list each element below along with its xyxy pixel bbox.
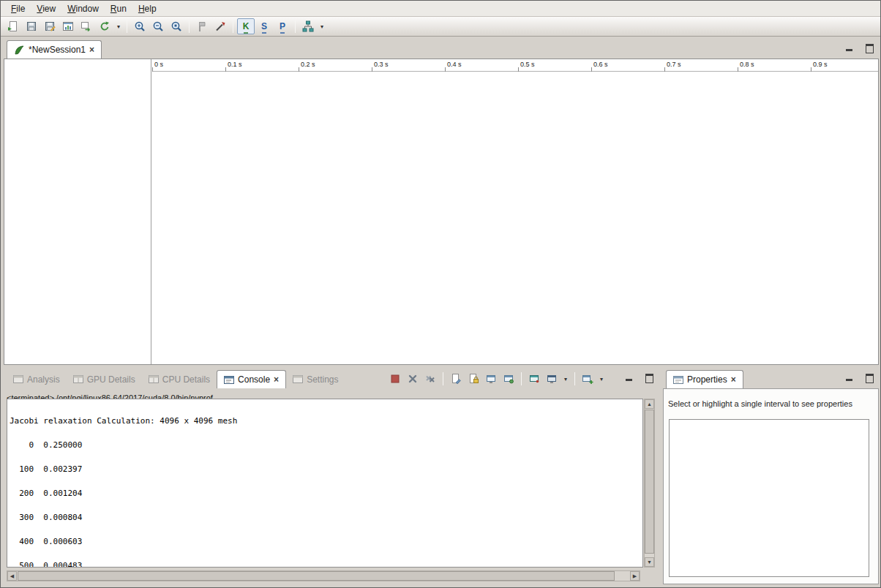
scroll-lock-button[interactable]: [465, 372, 481, 386]
chevron-down-icon: ▾: [318, 23, 326, 30]
ruler-tick: 0.8 s: [738, 61, 754, 68]
refresh-button[interactable]: [96, 18, 113, 34]
session-icon: [14, 45, 25, 56]
properties-tab-icon: [673, 375, 683, 385]
timeline-body[interactable]: [152, 72, 878, 364]
display-console-dropdown-button[interactable]: ▾: [561, 372, 570, 386]
properties-hint: Select or highlight a single interval to…: [664, 389, 878, 412]
timeline-canvas[interactable]: 0 s 0.1 s 0.2 s 0.3 s 0.4 s 0.5 s 0.6 s …: [4, 59, 879, 365]
profile-application-button[interactable]: [59, 18, 77, 34]
properties-detail-box: [669, 419, 869, 577]
zoom-in-icon: [134, 20, 146, 32]
process-mode-icon: P: [280, 21, 285, 31]
remove-launch-button[interactable]: [405, 372, 421, 386]
menu-view[interactable]: View: [31, 2, 61, 15]
maximize-icon[interactable]: [865, 44, 874, 52]
scrollbar-thumb[interactable]: [18, 571, 615, 581]
settings-tab-icon: [293, 374, 303, 384]
minimize-icon[interactable]: [845, 374, 854, 382]
console-vertical-scrollbar[interactable]: ▲ ▼: [644, 399, 655, 568]
tab-gpu-details[interactable]: GPU Details: [67, 370, 142, 388]
next-marker-button[interactable]: [211, 18, 229, 34]
ruler-tick: 0.4 s: [445, 61, 462, 68]
import-data-button[interactable]: [78, 18, 95, 34]
stream-mode-button[interactable]: S: [255, 18, 273, 34]
tab-properties[interactable]: Properties ×: [666, 370, 743, 388]
ruler-tick: 0.6 s: [591, 61, 608, 68]
menubar: File View Window Run Help: [1, 1, 880, 17]
display-selected-console-button[interactable]: [544, 372, 560, 386]
save-session-button[interactable]: [23, 18, 40, 34]
tab-analysis[interactable]: Analysis: [7, 370, 67, 388]
close-icon[interactable]: ×: [731, 376, 736, 383]
pin-console-button[interactable]: [501, 372, 517, 386]
save-session-as-button[interactable]: [41, 18, 59, 34]
console-line: 300 0.000804: [10, 513, 640, 521]
session-tab-label: *NewSession1: [29, 45, 86, 55]
maximize-icon[interactable]: [865, 374, 874, 382]
menu-help[interactable]: Help: [132, 2, 162, 15]
run-analysis-button[interactable]: [299, 18, 317, 34]
ruler-tick: 0.2 s: [299, 61, 315, 68]
toolbar-separator: [295, 20, 296, 33]
properties-tab-row: Properties ×: [663, 369, 879, 388]
session-tab[interactable]: *NewSession1 ×: [7, 40, 102, 59]
tab-settings[interactable]: Settings: [286, 370, 345, 388]
minimize-icon[interactable]: [625, 374, 634, 382]
ruler-tick: 0 s: [152, 61, 163, 68]
profile-application-icon: [62, 20, 74, 32]
close-icon[interactable]: ×: [274, 376, 279, 383]
remove-all-terminated-button[interactable]: [422, 372, 438, 386]
console-horizontal-scrollbar[interactable]: ◀ ▶: [7, 570, 640, 581]
restore-zoom-button[interactable]: [168, 18, 185, 34]
restore-zoom-icon: [170, 20, 182, 32]
menu-run[interactable]: Run: [105, 2, 132, 15]
word-wrap-button[interactable]: [483, 372, 499, 386]
open-console-dropdown-button[interactable]: ▾: [597, 372, 606, 386]
tab-cpu-details[interactable]: CPU Details: [142, 370, 217, 388]
scroll-left-icon[interactable]: ◀: [7, 571, 17, 581]
scroll-right-icon[interactable]: ▶: [630, 571, 640, 581]
properties-view: Properties × Select or highlight a singl…: [663, 369, 879, 584]
close-icon[interactable]: ×: [89, 46, 94, 53]
kernel-mode-button[interactable]: K: [237, 18, 255, 34]
tab-console[interactable]: Console ×: [217, 370, 286, 388]
timeline-view: *NewSession1 × 0 s 0.1 s 0.2 s 0.3 s 0.4…: [4, 39, 879, 365]
zoom-in-button[interactable]: [131, 18, 149, 34]
tab-analysis-label: Analysis: [27, 374, 60, 385]
save-session-icon: [26, 20, 37, 32]
process-mode-button[interactable]: P: [274, 18, 291, 34]
tab-properties-label: Properties: [687, 374, 727, 385]
ruler-tick: 0.1 s: [225, 61, 242, 68]
scroll-up-icon[interactable]: ▲: [645, 399, 654, 409]
main-toolbar: ▾: [1, 17, 880, 37]
console-line: 500 0.000483: [10, 562, 640, 568]
console-output[interactable]: Jacobi relaxation Calculation: 4096 x 40…: [7, 399, 643, 568]
menu-file[interactable]: File: [5, 2, 31, 15]
kernel-mode-icon: K: [243, 21, 250, 31]
clear-console-button[interactable]: [448, 372, 464, 386]
chevron-down-icon: ▾: [598, 376, 605, 382]
terminate-button[interactable]: [387, 372, 403, 386]
chevron-down-icon: ▾: [115, 23, 122, 30]
previous-marker-button[interactable]: [193, 18, 211, 34]
toolbar-separator: [233, 20, 233, 33]
open-console-button[interactable]: [580, 372, 596, 386]
show-stdout-button[interactable]: [526, 372, 542, 386]
menu-window[interactable]: Window: [61, 2, 105, 15]
terminate-icon: [389, 373, 401, 385]
scrollbar-thumb[interactable]: [645, 410, 654, 554]
new-session-button[interactable]: [4, 18, 22, 34]
run-analysis-dropdown-button[interactable]: ▾: [318, 18, 326, 34]
zoom-out-icon: [152, 20, 164, 32]
refresh-icon: [99, 20, 110, 32]
maximize-icon[interactable]: [645, 374, 653, 382]
analysis-tab-icon: [13, 374, 23, 384]
scroll-down-icon[interactable]: ▼: [645, 557, 654, 567]
ruler-tick: 0.3 s: [372, 61, 389, 68]
scroll-lock-icon: [468, 373, 479, 385]
minimize-icon[interactable]: [845, 44, 854, 52]
zoom-out-button[interactable]: [149, 18, 167, 34]
refresh-dropdown-button[interactable]: ▾: [114, 18, 123, 34]
open-console-icon: [582, 373, 593, 385]
